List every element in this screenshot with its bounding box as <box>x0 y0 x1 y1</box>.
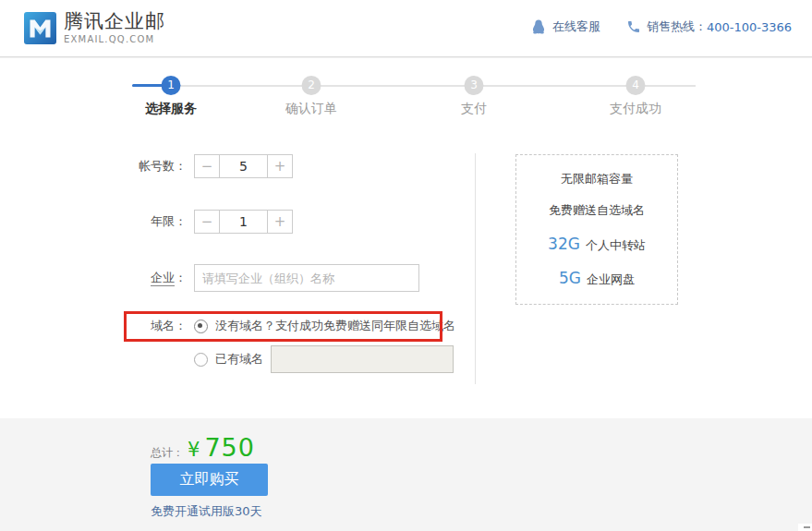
header: 腾讯企业邮 EXMAIL.QQ.COM 在线客服 销售热线：40 <box>0 0 812 57</box>
sales-hotline: 销售热线：400-100-3366 <box>626 18 792 35</box>
total-label: 总计： <box>151 445 184 461</box>
brand-logo[interactable]: 腾讯企业邮 EXMAIL.QQ.COM <box>24 12 165 44</box>
benefit-personal-transfer: 32G 个人中转站 <box>548 235 646 254</box>
exmail-logo-icon <box>24 12 56 44</box>
exmail-purchase-page: 腾讯企业邮 EXMAIL.QQ.COM 在线客服 销售热线：40 <box>0 0 812 531</box>
free-trial-link[interactable]: 免费开通试用版30天 <box>151 503 262 520</box>
brand-title: 腾讯企业邮 <box>64 12 165 31</box>
company-name-input[interactable] <box>194 264 419 292</box>
account-count-row: 帐号数： − + <box>120 154 293 178</box>
benefit-company-disk: 5G 企业网盘 <box>559 269 635 288</box>
buy-now-button[interactable]: 立即购买 <box>151 464 268 496</box>
domain-none-label: 没有域名？支付成功免费赠送同年限自选域名 <box>215 318 455 334</box>
years-decrease-button[interactable]: − <box>195 211 219 233</box>
domain-have-radio[interactable] <box>194 353 208 367</box>
benefit-mailbox-capacity: 无限邮箱容量 <box>561 171 633 187</box>
page-corner-artifact <box>798 524 812 531</box>
years-row: 年限： − + <box>120 210 293 234</box>
domain-option-have-row: 已有域名 <box>120 345 454 373</box>
step-label-payment: 支付 <box>461 101 487 117</box>
step-circle-1: 1 <box>162 76 181 95</box>
step-circle-4: 4 <box>626 76 646 95</box>
hotline-label: 销售热线： <box>647 18 707 35</box>
account-decrease-button[interactable]: − <box>195 155 219 177</box>
benefits-panel: 无限邮箱容量 免费赠送自选域名 32G 个人中转站 5G 企业网盘 <box>515 154 678 305</box>
account-count-stepper: − + <box>194 154 293 178</box>
total-amount: 750 <box>204 433 255 462</box>
benefit-free-domain: 免费赠送自选域名 <box>549 202 645 219</box>
brand-subtitle: EXMAIL.QQ.COM <box>64 35 165 44</box>
vertical-divider <box>475 153 476 384</box>
domain-label: 域名： <box>120 318 187 334</box>
account-count-input[interactable] <box>219 155 268 177</box>
currency-symbol: ¥ <box>188 439 200 461</box>
domain-none-radio[interactable] <box>194 320 208 333</box>
company-label: 企业： <box>120 270 187 286</box>
step-label-select-service: 选择服务 <box>145 101 197 117</box>
years-increase-button[interactable]: + <box>268 211 292 233</box>
domain-have-label: 已有域名 <box>215 351 263 368</box>
online-service-link[interactable]: 在线客服 <box>530 18 600 35</box>
hotline-number: 400-100-3366 <box>707 20 792 34</box>
online-service-label: 在线客服 <box>552 18 600 35</box>
account-count-label: 帐号数： <box>120 158 187 175</box>
years-stepper: − + <box>194 210 293 234</box>
stepper-track <box>132 85 696 87</box>
qq-penguin-icon <box>530 18 547 35</box>
years-input[interactable] <box>219 211 268 233</box>
existing-domain-input[interactable] <box>271 345 454 373</box>
step-label-payment-success: 支付成功 <box>610 101 661 117</box>
step-circle-3: 3 <box>465 76 484 95</box>
phone-icon <box>626 19 641 34</box>
domain-option-none-row: 域名： 没有域名？支付成功免费赠送同年限自选域名 <box>120 314 455 338</box>
footer-bar: 总计： ¥ 750 立即购买 免费开通试用版30天 <box>0 418 812 531</box>
brand-text: 腾讯企业邮 EXMAIL.QQ.COM <box>64 12 165 44</box>
total-price: 总计： ¥ 750 <box>151 433 255 462</box>
step-label-confirm-order: 确认订单 <box>285 101 337 117</box>
company-row: 企业： <box>120 264 419 292</box>
years-label: 年限： <box>120 213 187 230</box>
step-circle-2: 2 <box>302 76 321 95</box>
progress-stepper: 1 2 3 4 选择服务 确认订单 支付 支付成功 <box>132 76 699 116</box>
header-right: 在线客服 销售热线：400-100-3366 <box>530 18 792 35</box>
account-increase-button[interactable]: + <box>268 155 292 177</box>
